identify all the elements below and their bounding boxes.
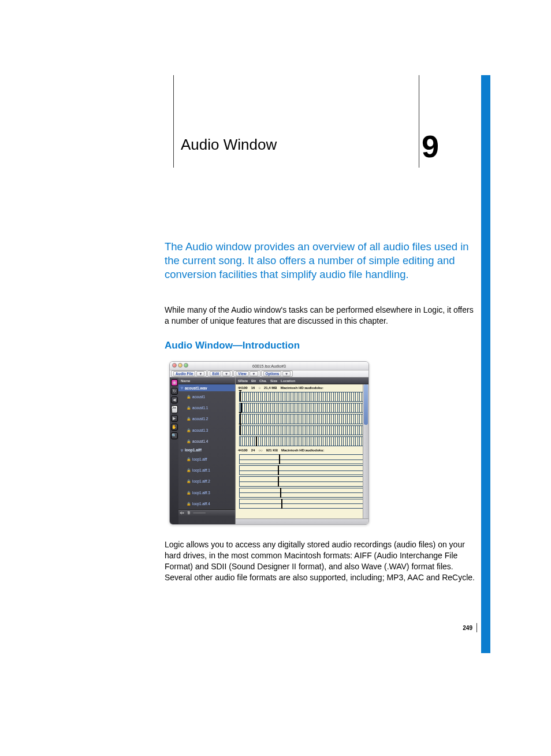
waveform[interactable]	[236, 487, 368, 498]
waveform[interactable]	[236, 498, 368, 509]
menu-audio-file[interactable]: Audio File ▼	[171, 370, 207, 377]
lock-icon: 🔒	[187, 468, 191, 472]
region-row[interactable]: 🔒loop1.aiff.2	[178, 476, 235, 487]
lock-icon: 🔒	[187, 439, 191, 443]
lock-icon: 🔒	[187, 491, 191, 495]
file-row[interactable]: ▽acoust1.wav	[178, 384, 235, 391]
scrollbar-vertical[interactable]	[363, 384, 368, 518]
minimize-icon[interactable]	[178, 363, 183, 368]
file-info-row: 4410024○○921 KBMacintosh HD:audiodoku:	[236, 447, 368, 454]
lock-icon: 🔒	[187, 417, 191, 421]
window-menubar: Audio File ▼ Edit ▼ View ▼ Options ▼	[170, 370, 368, 377]
lock-icon: 🔒	[187, 457, 191, 461]
section-title: Audio Window—Introduction	[165, 340, 300, 351]
tool-button-zoom[interactable]: 🔍	[171, 432, 178, 439]
tool-button-channel[interactable]: Cha 1	[171, 405, 178, 413]
waveform-column: SRate Bit Cha. Size Location 4410016○21,…	[235, 377, 368, 524]
waveform[interactable]	[236, 465, 368, 476]
region-row[interactable]: 🔒loop1.aiff.1	[178, 465, 235, 476]
tool-button-speaker[interactable]: ◀	[171, 396, 178, 403]
header-rule-left	[173, 75, 174, 168]
lock-icon: 🔒	[187, 428, 191, 432]
disclosure-icon[interactable]: ▽	[181, 449, 183, 452]
chapter-edge-bar	[481, 75, 490, 653]
file-info-row: 4410016○21,4 MBMacintosh HD:audiodoku:	[236, 384, 368, 391]
chapter-number: 9	[422, 128, 439, 164]
region-row[interactable]: 🔒loop1.aiff	[178, 454, 235, 465]
body-paragraph-1: While many of the Audio window's tasks c…	[165, 305, 479, 327]
tool-button-pointer[interactable]: ▶	[171, 415, 178, 422]
window-title: 60015.lso:Audio#3	[252, 364, 286, 368]
scrollbar-horizontal[interactable]	[236, 518, 368, 524]
lock-icon: 🔒	[187, 502, 191, 506]
waveform[interactable]	[236, 402, 368, 413]
waveform[interactable]	[236, 425, 368, 436]
list-header: Name	[178, 377, 235, 384]
list-bottom-bar: ◂|▸ 🗑 ─────	[178, 509, 235, 516]
close-icon[interactable]	[172, 363, 177, 368]
region-row[interactable]: 🔒acoust1.4	[178, 436, 235, 447]
disclosure-icon[interactable]: ▽	[181, 386, 183, 390]
waveform[interactable]	[236, 476, 368, 487]
tool-button-hand[interactable]: ✋	[171, 424, 178, 431]
page-number: 249	[463, 625, 472, 631]
file-list-column: Name ▽acoust1.wav 🔒acoust1 🔒acoust1.1 🔒a…	[178, 377, 235, 524]
page-number-rule	[476, 623, 477, 632]
waveform[interactable]	[236, 413, 368, 424]
tool-column: ◉ ↻ ◀ Cha 1 ▶ ✋ 🔍	[170, 377, 178, 524]
figure-audio-window: 60015.lso:Audio#3 Audio File ▼ Edit ▼ Vi…	[169, 361, 369, 525]
menu-edit[interactable]: Edit ▼	[207, 370, 233, 377]
waveform[interactable]	[236, 436, 368, 447]
waveform[interactable]	[236, 454, 368, 465]
region-row[interactable]: 🔒acoust1.1	[178, 402, 235, 413]
header-rule-right	[419, 75, 419, 168]
chapter-intro: The Audio window provides an overview of…	[165, 240, 479, 281]
window-traffic-lights[interactable]	[172, 363, 188, 368]
region-row[interactable]: 🔒acoust1.3	[178, 425, 235, 436]
body-paragraph-2: Logic allows you to access any digitally…	[165, 539, 479, 583]
lock-icon: 🔒	[187, 406, 191, 410]
region-row[interactable]: 🔒acoust1.2	[178, 413, 235, 424]
lock-icon: 🔒	[187, 479, 191, 483]
window-titlebar: 60015.lso:Audio#3	[170, 362, 368, 370]
waveform[interactable]	[236, 391, 368, 402]
zoom-icon[interactable]	[184, 363, 188, 368]
tool-button-loop[interactable]: ↻	[171, 388, 178, 395]
tool-button-1[interactable]: ◉	[171, 379, 178, 386]
menu-options[interactable]: Options ▼	[261, 370, 293, 377]
region-row[interactable]: 🔒loop1.aiff.3	[178, 487, 235, 498]
lock-icon: 🔒	[187, 395, 191, 399]
wave-header: SRate Bit Cha. Size Location	[236, 377, 368, 384]
region-row[interactable]: 🔒acoust1	[178, 391, 235, 402]
chapter-title: Audio Window	[165, 136, 419, 154]
region-row[interactable]: 🔒loop1.aiff.4	[178, 498, 235, 509]
menu-view[interactable]: View ▼	[233, 370, 260, 377]
file-row[interactable]: ▽loop1.aiff	[178, 447, 235, 454]
